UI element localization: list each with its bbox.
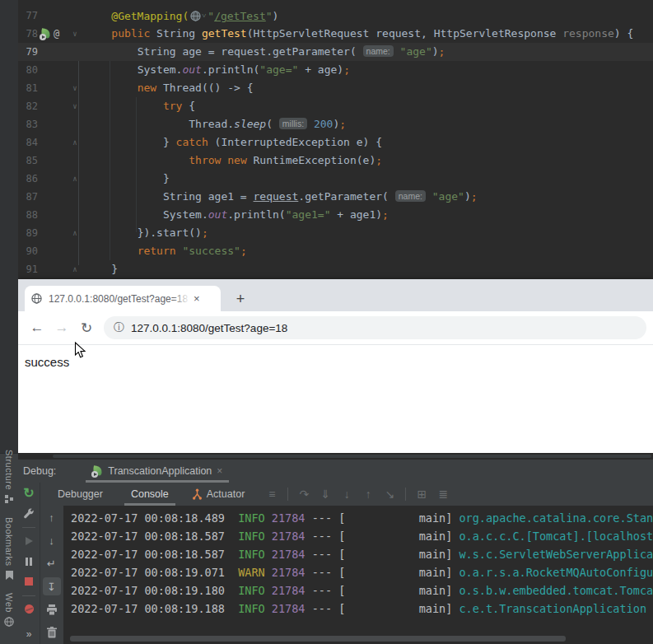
fold-marker[interactable]: ∨: [68, 97, 82, 115]
console-output[interactable]: 2022-07-17 00:08:18.489 INFO 21784 --- […: [63, 506, 653, 644]
down-stack-trace-button[interactable]: ↓: [43, 531, 61, 549]
line-number[interactable]: 87: [18, 188, 38, 206]
debug-tabs-toolbar: Debugger Console Actuator ≡↷⇓↓↑↘⊞≣: [40, 483, 653, 506]
line-number[interactable]: 79: [18, 43, 38, 61]
session-close-icon[interactable]: ×: [217, 465, 222, 477]
console-horizontal-scrollbar[interactable]: [70, 636, 566, 642]
annotated-gutter-icon[interactable]: @: [54, 25, 59, 43]
address-bar[interactable]: ⓘ 127.0.0.1:8080/getTest?age=18: [104, 316, 646, 339]
log-line: 2022-07-17 00:08:18.587 INFO 21784 --- […: [71, 545, 653, 563]
endpoint-globe-icon[interactable]: ˅: [190, 7, 206, 25]
spring-bean-gutter-icon[interactable]: [40, 29, 51, 40]
up-stack-trace-button[interactable]: ↑: [43, 508, 61, 526]
reload-button[interactable]: ↻: [74, 320, 99, 337]
fold-marker[interactable]: ∧: [68, 260, 82, 278]
line-number[interactable]: 90: [18, 242, 38, 260]
pause-button[interactable]: [20, 553, 38, 569]
debug-header: Debug: TranscationApplication ×: [18, 460, 653, 483]
line-number[interactable]: 86: [18, 170, 38, 188]
more-actions-button[interactable]: »: [20, 626, 38, 642]
line-number[interactable]: 81: [18, 79, 38, 97]
line-number[interactable]: 88: [18, 206, 38, 224]
fold-marker[interactable]: ∨: [68, 25, 82, 43]
code-line[interactable]: 89∧}).start();: [18, 224, 653, 242]
force-step-into-icon[interactable]: ↓: [338, 485, 356, 503]
new-tab-button[interactable]: +: [229, 287, 252, 310]
print-button[interactable]: [43, 600, 61, 618]
editor-lines: 77@GetMapping(˅"/getTest")78@∨public Str…: [18, 7, 653, 278]
fold-marker[interactable]: ∧: [68, 224, 82, 242]
line-number[interactable]: 77: [18, 7, 38, 25]
step-out-icon[interactable]: ↑: [359, 485, 377, 503]
url-text[interactable]: 127.0.0.1:8080/getTest?age=18: [131, 322, 287, 334]
line-number[interactable]: 78: [18, 25, 38, 43]
resume-button[interactable]: [20, 534, 38, 549]
line-number[interactable]: 82: [18, 97, 38, 115]
line-number[interactable]: 84: [18, 133, 38, 152]
settings-wrench-icon[interactable]: [20, 506, 38, 521]
gutter: [38, 152, 68, 170]
fold-marker: [68, 206, 82, 224]
browser-window[interactable]: 127.0.0.1:8080/getTest?age=18 × + ← → ↻ …: [18, 279, 653, 453]
gutter: [38, 61, 68, 79]
gutter: [38, 170, 68, 188]
stripe-item-web[interactable]: Web: [0, 593, 18, 627]
layout-settings-icon[interactable]: ≡: [263, 485, 281, 503]
run-to-cursor-icon[interactable]: ↘: [380, 485, 399, 503]
line-number[interactable]: 89: [18, 224, 38, 242]
step-into-icon[interactable]: ⇓: [316, 485, 334, 503]
code-line[interactable]: 78@∨public String getTest(HttpServletReq…: [18, 25, 653, 43]
stripe-item-structure[interactable]: Structure: [0, 450, 18, 504]
code-line[interactable]: 84∧} catch (InterruptedException e) {: [18, 133, 653, 152]
code-line[interactable]: 80System.out.println("age=" + age);: [18, 61, 653, 79]
browser-tab[interactable]: 127.0.0.1:8080/getTest?age=18 ×: [25, 286, 221, 311]
soft-wrap-button[interactable]: ↵: [43, 554, 61, 572]
tab-actuator[interactable]: Actuator: [184, 483, 254, 506]
line-number[interactable]: 91: [18, 260, 38, 278]
tab-debugger[interactable]: Debugger: [49, 483, 111, 506]
code-line[interactable]: 83Thread.sleep( millis: 200);: [18, 115, 653, 133]
stripe-item-bookmarks[interactable]: Bookmarks: [0, 517, 18, 581]
code-line[interactable]: 77@GetMapping(˅"/getTest"): [18, 7, 653, 25]
line-number[interactable]: 80: [18, 61, 38, 79]
gutter: [38, 260, 68, 278]
code-text: }: [82, 260, 118, 278]
code-line[interactable]: 86∧}: [18, 170, 653, 188]
code-editor[interactable]: 77@GetMapping(˅"/getTest")78@∨public Str…: [18, 0, 653, 286]
console-settings-icon[interactable]: ≣: [434, 485, 452, 503]
code-line[interactable]: 87String age1 = request.getParameter( na…: [18, 188, 653, 206]
scroll-to-end-button[interactable]: ↧: [43, 577, 61, 595]
step-over-icon[interactable]: ↷: [295, 485, 313, 503]
tab-close-icon[interactable]: ×: [194, 292, 200, 305]
back-button[interactable]: ←: [25, 320, 49, 336]
gutter: [38, 115, 68, 133]
code-line[interactable]: 81∨new Thread(() -> {: [18, 79, 653, 97]
code-line[interactable]: 91∧}: [18, 260, 653, 278]
evaluate-expression-icon[interactable]: ⊞: [413, 485, 431, 503]
code-text: }: [82, 170, 170, 188]
mute-breakpoints-button[interactable]: [20, 602, 38, 618]
code-line[interactable]: 82∨try {: [18, 97, 653, 115]
code-line[interactable]: 88System.out.println("age1=" + age1);: [18, 206, 653, 224]
mouse-cursor: [74, 342, 86, 359]
tab-console[interactable]: Console: [123, 483, 177, 506]
code-line[interactable]: 79String age = request.getParameter( nam…: [18, 43, 653, 61]
code-line[interactable]: 85throw new RuntimeException(e);: [18, 152, 653, 170]
clear-console-button[interactable]: [43, 623, 61, 642]
stop-button[interactable]: [20, 574, 38, 590]
debug-label: Debug:: [23, 465, 56, 477]
line-number[interactable]: 83: [18, 115, 38, 133]
log-line: 2022-07-17 00:08:19.071 WARN 21784 --- […: [71, 563, 653, 581]
ide-window: 77@GetMapping(˅"/getTest")78@∨public Str…: [0, 0, 653, 644]
line-number[interactable]: 85: [18, 152, 38, 170]
rerun-button[interactable]: ↻: [20, 485, 38, 501]
fold-marker[interactable]: ∧: [68, 133, 82, 152]
forward-button[interactable]: →: [49, 320, 74, 336]
tab-favicon-globe-icon: [31, 293, 42, 304]
run-session-tab[interactable]: TranscationApplication ×: [86, 460, 229, 483]
site-info-icon[interactable]: ⓘ: [114, 320, 124, 335]
fold-marker[interactable]: ∨: [68, 79, 82, 97]
fold-marker: [68, 242, 82, 260]
fold-marker[interactable]: ∧: [68, 170, 82, 188]
code-line[interactable]: 90return "success";: [18, 242, 653, 260]
